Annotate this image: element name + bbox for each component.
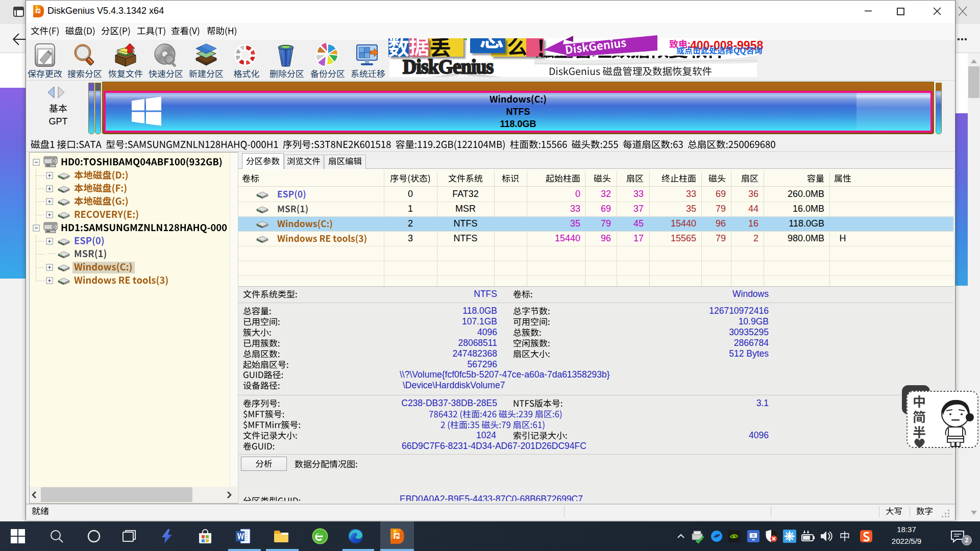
svg-text:B: B <box>752 534 755 537</box>
